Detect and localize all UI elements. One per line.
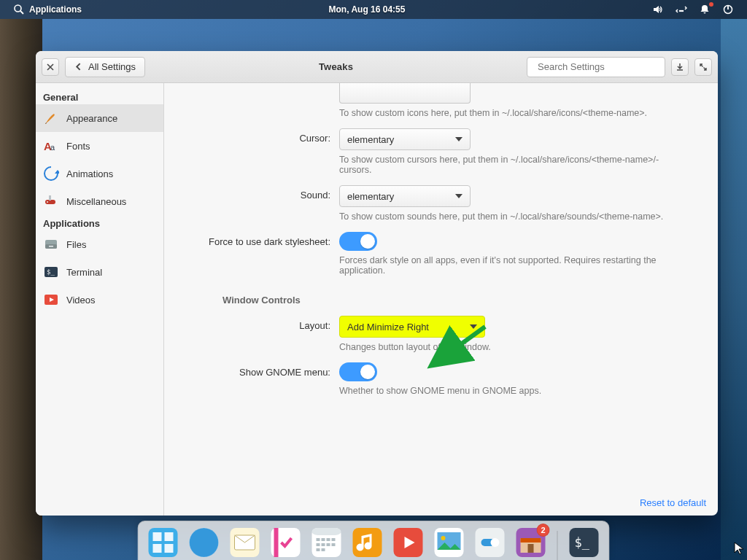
- mouse-cursor: [734, 542, 744, 557]
- dock-calendar[interactable]: [309, 525, 344, 560]
- applications-label: Applications: [29, 4, 82, 15]
- dark-label: Force to use dark stylesheet:: [179, 232, 339, 247]
- search-settings[interactable]: [527, 57, 665, 77]
- reset-to-default-link[interactable]: Reset to default: [640, 497, 706, 508]
- sidebar-item-label: Videos: [66, 295, 96, 306]
- dock-settings[interactable]: [473, 525, 508, 560]
- sidebar-item-videos[interactable]: Videos: [36, 286, 163, 314]
- cursor-label: Cursor:: [179, 128, 339, 144]
- svg-point-4: [682, 10, 684, 12]
- sidebar-item-label: Appearance: [66, 113, 117, 124]
- dock-multitasking[interactable]: [146, 525, 181, 560]
- dock-terminal[interactable]: $_: [567, 525, 602, 560]
- svg-rect-34: [317, 538, 320, 541]
- panel-clock[interactable]: Mon, Aug 16 04:55: [323, 0, 411, 19]
- network-indicator[interactable]: [670, 0, 693, 19]
- svg-rect-55: [528, 544, 534, 553]
- close-button[interactable]: [42, 58, 59, 76]
- gnome-menu-toggle[interactable]: [339, 362, 377, 381]
- sidebar-item-misc[interactable]: Miscellaneous: [36, 187, 163, 215]
- drawer-icon: [43, 236, 59, 252]
- svg-rect-37: [332, 538, 336, 541]
- svg-rect-40: [327, 543, 330, 546]
- svg-rect-22: [153, 532, 162, 541]
- sidebar-item-fonts[interactable]: Aa Fonts: [36, 132, 163, 160]
- sidebar-item-label: Animations: [66, 168, 113, 179]
- terminal-icon: $_: [43, 264, 59, 280]
- chevron-down-icon: [455, 194, 462, 198]
- sound-select[interactable]: elementary: [339, 185, 471, 207]
- svg-rect-41: [332, 543, 336, 546]
- sidebar-item-label: Miscellaneous: [66, 196, 126, 207]
- maximize-button[interactable]: [694, 58, 712, 76]
- dock-separator: [557, 531, 558, 560]
- dock: 2 $_: [138, 521, 610, 560]
- all-settings-button[interactable]: All Settings: [65, 57, 145, 77]
- search-icon: [13, 4, 25, 15]
- sidebar-item-files[interactable]: Files: [36, 230, 163, 258]
- layout-select[interactable]: Add Minimize Right: [339, 316, 485, 338]
- svg-rect-25: [165, 544, 174, 553]
- spin-arrow-icon: [43, 166, 59, 182]
- swiss-knife-icon: [43, 193, 59, 209]
- svg-text:a: a: [50, 143, 55, 152]
- layout-label: Layout:: [179, 316, 339, 331]
- gnome-menu-hint: Whether to show GNOME menu in GNOME apps…: [339, 386, 675, 396]
- svg-text:$_: $_: [47, 268, 55, 276]
- chevron-down-icon: [455, 137, 462, 141]
- svg-text:$_: $_: [575, 535, 590, 550]
- sidebar-item-terminal[interactable]: $_ Terminal: [36, 258, 163, 286]
- dock-tasks[interactable]: [268, 525, 303, 560]
- search-input[interactable]: [538, 61, 660, 72]
- wallpaper-sea: [721, 19, 747, 560]
- svg-rect-42: [317, 548, 320, 551]
- sound-indicator[interactable]: [646, 0, 670, 19]
- svg-rect-33: [312, 528, 341, 535]
- sidebar-section-applications: Applications: [36, 215, 163, 230]
- sidebar-section-general: General: [36, 89, 163, 104]
- dock-videos[interactable]: [391, 525, 426, 560]
- dock-browser[interactable]: [187, 525, 222, 560]
- dock-appcenter[interactable]: 2: [514, 525, 549, 560]
- svg-rect-31: [274, 528, 279, 557]
- volume-icon: [652, 4, 664, 15]
- svg-rect-43: [322, 548, 325, 551]
- notifications-indicator[interactable]: [693, 0, 716, 19]
- sound-value: elementary: [347, 191, 394, 202]
- tweaks-window: All Settings Tweaks General Appearance A…: [36, 51, 718, 516]
- download-icon: [676, 63, 684, 71]
- window-controls-heading: Window Controls: [222, 295, 703, 306]
- applications-menu[interactable]: Applications: [7, 0, 88, 19]
- svg-point-51: [491, 538, 500, 547]
- sidebar-item-label: Terminal: [66, 267, 102, 278]
- cursor-value: elementary: [347, 134, 394, 145]
- dock-mail[interactable]: [228, 525, 263, 560]
- sidebar-item-appearance[interactable]: Appearance: [36, 104, 163, 132]
- dock-photos[interactable]: [432, 525, 467, 560]
- chevron-down-icon: [470, 324, 477, 329]
- svg-rect-24: [153, 544, 162, 553]
- download-button[interactable]: [671, 58, 689, 76]
- content-area: To show custom icons here, put them in ~…: [164, 83, 718, 516]
- sound-hint: To show custom sounds here, put them in …: [339, 211, 675, 222]
- session-indicator[interactable]: [716, 0, 740, 19]
- svg-point-13: [47, 201, 48, 203]
- sidebar: General Appearance Aa Fonts Animations M…: [36, 83, 164, 516]
- svg-point-48: [441, 536, 446, 540]
- cursor-select[interactable]: elementary: [339, 128, 471, 150]
- maximize-icon: [699, 63, 708, 71]
- layout-hint: Changes button layout of the window.: [339, 342, 675, 352]
- dark-stylesheet-toggle[interactable]: [339, 232, 377, 251]
- dock-music[interactable]: [350, 525, 385, 560]
- titlebar: All Settings Tweaks: [36, 51, 718, 83]
- svg-rect-35: [322, 538, 325, 541]
- icons-select-clipped[interactable]: [339, 83, 471, 104]
- sidebar-item-animations[interactable]: Animations: [36, 160, 163, 187]
- window-title: Tweaks: [151, 61, 521, 72]
- all-settings-label: All Settings: [88, 61, 136, 72]
- svg-rect-36: [327, 538, 330, 541]
- appcenter-badge: 2: [537, 524, 550, 537]
- close-icon: [46, 63, 55, 71]
- svg-point-0: [15, 5, 21, 12]
- svg-rect-23: [165, 532, 174, 541]
